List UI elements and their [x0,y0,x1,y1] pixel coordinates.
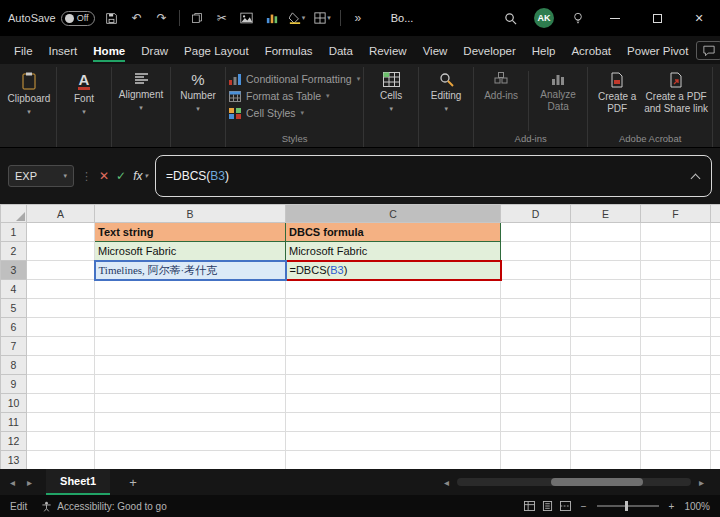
row-header-4[interactable]: 4 [1,280,27,299]
cell[interactable] [95,432,286,451]
cell[interactable] [501,413,571,432]
cell[interactable] [641,413,711,432]
cell[interactable] [571,375,641,394]
row-header-9[interactable]: 9 [1,375,27,394]
cell[interactable] [641,432,711,451]
cell-B1[interactable]: Text string [95,223,286,242]
col-header-E[interactable]: E [571,205,641,223]
insert-function-button[interactable]: fx ▾ [133,169,148,183]
row-header-6[interactable]: 6 [1,318,27,337]
cell[interactable] [571,394,641,413]
cell[interactable] [711,337,720,356]
zoom-in-button[interactable]: + [669,501,675,512]
cell[interactable] [711,375,720,394]
cell[interactable] [571,337,641,356]
accessibility-status[interactable]: Accessibility: Good to go [41,501,167,512]
formula-input[interactable]: =DBCS(B3) [155,155,712,197]
row-header-1[interactable]: 1 [1,223,27,242]
autosave-switch[interactable]: Off [61,11,95,26]
col-header-sliver[interactable] [711,205,720,223]
cell[interactable] [501,375,571,394]
menu-page-layout[interactable]: Page Layout [176,38,257,63]
comments-button[interactable] [696,41,720,60]
row-header-11[interactable]: 11 [1,413,27,432]
cell[interactable] [27,337,95,356]
cell[interactable] [641,242,711,261]
page-break-view-icon[interactable] [560,501,571,511]
cell[interactable] [286,375,501,394]
picture-icon[interactable] [239,9,255,27]
menu-formulas[interactable]: Formulas [257,38,321,63]
cell[interactable] [27,280,95,299]
cell[interactable] [571,432,641,451]
cell[interactable] [711,261,720,280]
cell[interactable] [501,356,571,375]
enter-button[interactable]: ✓ [116,169,126,183]
cut-icon[interactable]: ✂ [214,9,230,27]
sheet-tab-sheet1[interactable]: Sheet1 [46,469,110,495]
cell[interactable] [286,299,501,318]
cell[interactable] [27,356,95,375]
zoom-slider-thumb[interactable] [625,501,628,511]
menu-acrobat[interactable]: Acrobat [563,38,619,63]
copy-icon[interactable] [189,9,205,27]
close-button[interactable]: ✕ [686,5,712,31]
cell[interactable] [711,451,720,470]
chart-icon[interactable] [264,9,280,27]
menu-insert[interactable]: Insert [41,38,86,63]
cell[interactable] [95,299,286,318]
maximize-button[interactable] [644,5,670,31]
collapse-formula-bar-icon[interactable] [691,174,701,184]
cell[interactable] [286,280,501,299]
cell[interactable] [27,451,95,470]
cell[interactable] [95,280,286,299]
row-header-2[interactable]: 2 [1,242,27,261]
menu-developer[interactable]: Developer [455,38,523,63]
row-header-13[interactable]: 13 [1,451,27,470]
menu-power-pivot[interactable]: Power Pivot [619,38,696,63]
cells-button[interactable]: Cells ▾ [367,67,415,113]
cell[interactable] [711,318,720,337]
cell[interactable] [286,318,501,337]
col-header-A[interactable]: A [27,205,95,223]
zoom-out-button[interactable]: − [581,501,587,512]
cell[interactable] [711,432,720,451]
cell[interactable] [501,451,571,470]
cell-C2[interactable]: Microsoft Fabric [286,242,501,261]
cell[interactable] [571,223,641,242]
sheet-scroll-left-icon[interactable]: ◂ [6,477,19,488]
cell[interactable] [641,451,711,470]
zoom-level[interactable]: 100% [684,501,710,512]
cell[interactable] [641,280,711,299]
save-icon[interactable] [104,9,120,27]
cell[interactable] [711,356,720,375]
cell[interactable] [641,299,711,318]
cell[interactable] [501,242,571,261]
cell[interactable] [641,356,711,375]
cell[interactable] [501,299,571,318]
cell[interactable] [286,394,501,413]
cell[interactable] [571,242,641,261]
menu-file[interactable]: File [6,38,41,63]
cell[interactable] [27,432,95,451]
cell-C1[interactable]: DBCS formula [286,223,501,242]
cell[interactable] [286,413,501,432]
col-header-C[interactable]: C [286,205,501,223]
number-button[interactable]: % Number ▾ [174,67,222,113]
cell[interactable] [571,356,641,375]
cell-A3[interactable] [27,261,95,280]
row-header-7[interactable]: 7 [1,337,27,356]
menu-data[interactable]: Data [321,38,361,63]
row-header-5[interactable]: 5 [1,299,27,318]
cell[interactable] [711,223,720,242]
cell[interactable] [286,432,501,451]
zoom-slider[interactable] [597,505,659,507]
formula-bar-splitter[interactable]: ⋮ [81,170,92,183]
lightbulb-icon[interactable] [570,9,586,27]
cell[interactable] [571,261,641,280]
row-header-3[interactable]: 3 [1,261,27,280]
hscroll-thumb[interactable] [551,478,643,486]
cell[interactable] [95,413,286,432]
cell[interactable] [501,261,571,280]
conditional-formatting-button[interactable]: Conditional Formatting ▾ [229,73,360,85]
